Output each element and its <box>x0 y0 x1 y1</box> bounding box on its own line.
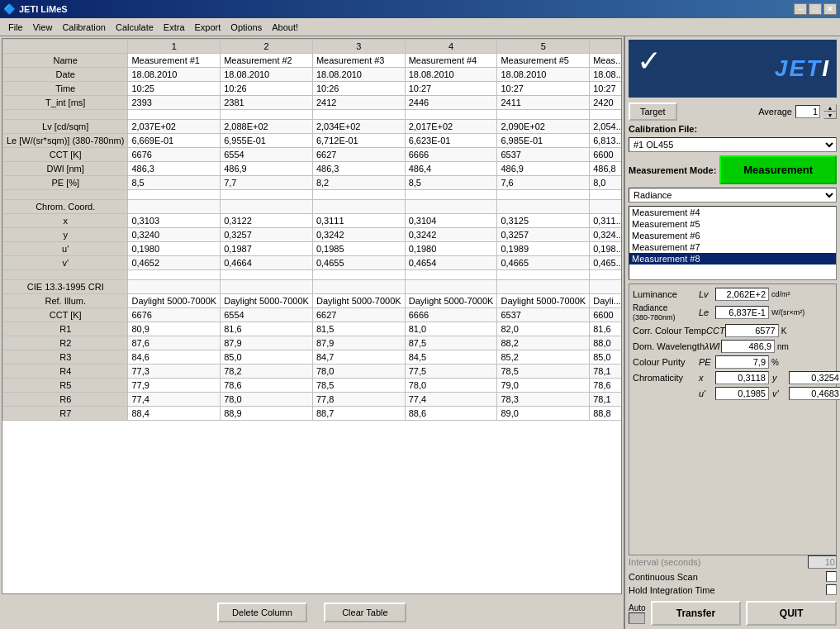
table-row: v' 0,4652 0,4664 0,4655 0,4654 0,4665 0,… <box>3 256 623 270</box>
cell-r4-6: 78,1 <box>590 365 622 379</box>
quit-button[interactable]: QUIT <box>746 601 837 626</box>
luminance-row: Luminance Lv 2,062E+2 cd/m² <box>633 288 833 301</box>
cell-refillum-6: Dayli... <box>590 294 622 308</box>
target-button[interactable]: Target <box>629 102 677 121</box>
cell-r3-2: 85,0 <box>221 350 313 365</box>
cell-tint-4: 2446 <box>405 96 497 110</box>
delete-column-button[interactable]: Delete Column <box>217 603 307 622</box>
title-bar: 🔷 JETI LiMeS ─ □ ✕ <box>0 0 840 18</box>
chrom-y-value: 0,3254 <box>789 371 840 384</box>
cell-pe-2: 7,7 <box>221 176 313 190</box>
menu-file[interactable]: File <box>3 21 28 34</box>
luminance-symbol: Lv <box>699 289 715 299</box>
cell-r1-4: 81,0 <box>405 322 497 336</box>
radiance-symbol: Le <box>699 307 715 317</box>
interval-label: Interval (seconds) <box>629 557 700 567</box>
cell-cctk-1: 6676 <box>128 308 221 322</box>
menu-options[interactable]: Options <box>225 21 267 34</box>
continuous-scan-checkbox[interactable] <box>826 571 837 582</box>
avg-up-button[interactable]: ▲ <box>823 104 837 112</box>
cell-tint-1: 2393 <box>128 96 221 110</box>
cell-r3-4: 84,5 <box>405 350 497 365</box>
cct-unit: K <box>781 326 806 336</box>
list-item[interactable]: Measurement #7 <box>629 241 836 253</box>
label-r3: R3 <box>3 350 128 365</box>
interval-input[interactable] <box>808 555 837 569</box>
cell-r3-6: 85,0 <box>590 350 622 365</box>
interval-row: Interval (seconds) <box>629 555 837 569</box>
label-uprime: u' <box>3 242 128 256</box>
cell-dwl-2: 486,9 <box>221 162 313 176</box>
mode-select[interactable]: Radiance <box>629 188 837 203</box>
auto-group: Auto <box>629 603 646 624</box>
jeti-logo: JETI <box>775 55 830 82</box>
chromaticity-row: Chromaticity x 0,3118 y 0,3254 <box>633 371 833 384</box>
chrom-y-symbol: y <box>772 373 789 383</box>
label-r1: R1 <box>3 322 128 336</box>
label-pe: PE [%] <box>3 176 128 190</box>
cell-uprime-2: 0,1987 <box>221 242 313 256</box>
menu-export[interactable]: Export <box>190 21 226 34</box>
dwl-symbol: λWl <box>705 341 721 351</box>
label-cctk: CCT [K] <box>3 308 128 322</box>
cell-y-2: 0,3257 <box>221 228 313 242</box>
table-row: Date 18.08.2010 18.08.2010 18.08.2010 18… <box>3 68 623 82</box>
cell-pe-6: 8,0 <box>590 176 622 190</box>
cell-time-5: 10:27 <box>497 82 590 96</box>
bottom-buttons: Delete Column Clear Table <box>0 596 624 629</box>
clear-table-button[interactable]: Clear Table <box>324 603 406 622</box>
menu-calculate[interactable]: Calculate <box>111 21 159 34</box>
table-scroll[interactable]: 1 2 3 4 5 6 Name Measurement #1 Measurem… <box>2 38 622 594</box>
cell-r5-1: 77,9 <box>128 379 221 393</box>
hold-integ-row: Hold Integration Time <box>629 584 837 595</box>
cell-r5-5: 79,0 <box>497 379 590 393</box>
table-row: R1 80,9 81,6 81,5 81,0 82,0 81,6 <box>3 322 623 336</box>
hold-integ-checkbox[interactable] <box>826 584 837 595</box>
list-item[interactable]: Measurement #6 <box>629 230 836 241</box>
cell-vprime-2: 0,4664 <box>221 256 313 270</box>
transfer-button[interactable]: Transfer <box>651 601 742 626</box>
cell-cctk-5: 6537 <box>497 308 590 322</box>
measurement-button[interactable]: Measurement <box>719 155 837 184</box>
close-button[interactable]: ✕ <box>823 3 837 15</box>
label-r2: R2 <box>3 336 128 350</box>
label-chromcoord: Chrom. Coord. <box>3 200 128 214</box>
maximize-button[interactable]: □ <box>809 3 822 15</box>
cell-r3-1: 84,6 <box>128 350 221 365</box>
cell-pe-3: 8,2 <box>312 176 405 190</box>
label-y: y <box>3 228 128 242</box>
calibfile-select[interactable]: #1 OL455 <box>629 137 837 152</box>
menu-view[interactable]: View <box>28 21 58 34</box>
col-header-2: 2 <box>221 40 313 54</box>
table-row: PE [%] 8,5 7,7 8,2 8,5 7,6 8,0 <box>3 176 623 190</box>
list-item-selected[interactable]: Measurement #8 <box>629 253 836 264</box>
col-header-3: 3 <box>312 40 405 54</box>
table-row: CIE 13.3-1995 CRI <box>3 280 623 294</box>
list-item[interactable]: Measurement #5 <box>629 218 836 230</box>
average-input[interactable] <box>795 105 820 118</box>
hold-integ-label: Hold Integration Time <box>629 585 715 595</box>
cell-dwl-3: 486,3 <box>312 162 405 176</box>
menu-about[interactable]: About! <box>267 21 303 34</box>
minimize-button[interactable]: ─ <box>794 3 807 15</box>
mode-select-row: Radiance <box>629 188 837 203</box>
table-row: R4 77,3 78,2 78,0 77,5 78,5 78,1 <box>3 365 623 379</box>
table-row: R6 77,4 78,0 77,8 77,4 78,3 78,1 <box>3 393 623 407</box>
measurement-list[interactable]: Measurement #4 Measurement #5 Measuremen… <box>629 206 837 280</box>
col-header-4: 4 <box>405 40 497 54</box>
cell-refillum-4: Daylight 5000-7000K <box>405 294 497 308</box>
cell-time-2: 10:26 <box>221 82 313 96</box>
menu-extra[interactable]: Extra <box>159 21 190 34</box>
menu-calibration[interactable]: Calibration <box>57 21 111 34</box>
cct-row: Corr. Colour Temp CCT 6577 K <box>633 324 833 337</box>
list-item[interactable]: Measurement #4 <box>629 207 836 218</box>
avg-down-button[interactable]: ▼ <box>823 112 837 119</box>
label-r4: R4 <box>3 365 128 379</box>
table-area: 1 2 3 4 5 6 Name Measurement #1 Measurem… <box>0 36 625 629</box>
cell-cct-3: 6627 <box>312 148 405 162</box>
cell-r6-6: 78,1 <box>590 393 622 407</box>
cell-date-1: 18.08.2010 <box>128 68 221 82</box>
menu-bar: File View Calibration Calculate Extra Ex… <box>0 18 840 36</box>
cell-cct-6: 6600 <box>590 148 622 162</box>
cell-time-1: 10:25 <box>128 82 221 96</box>
